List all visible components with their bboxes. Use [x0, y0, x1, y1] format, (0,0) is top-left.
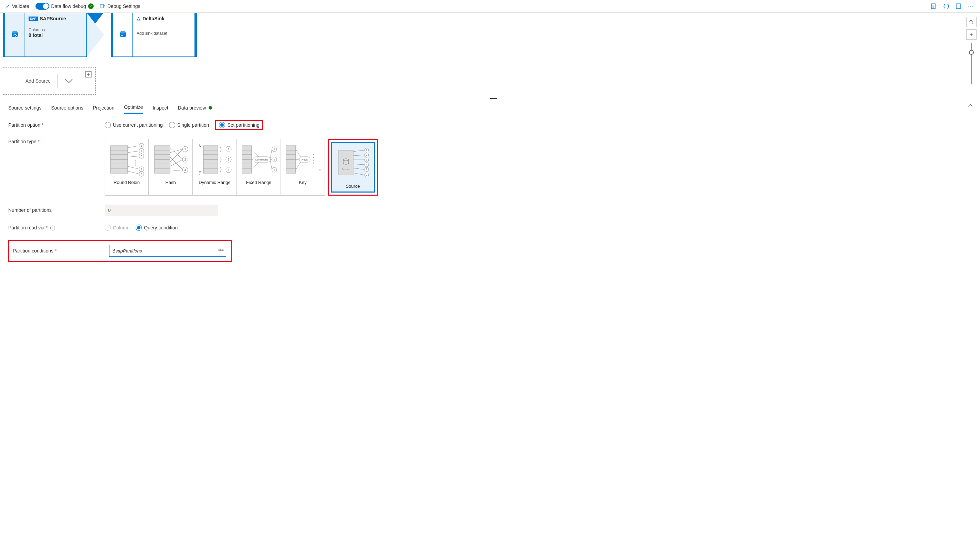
- conditions-input[interactable]: [109, 245, 226, 257]
- tab-optimize[interactable]: Optimize: [124, 102, 143, 114]
- sink-title: DeltaSink: [142, 16, 165, 21]
- svg-line-81: [252, 149, 259, 157]
- chevron-down-icon[interactable]: [57, 74, 73, 88]
- card-round-robin[interactable]: 12323 Round Robin: [105, 139, 149, 195]
- svg-text:3: 3: [141, 172, 142, 176]
- svg-text:}: }: [220, 166, 222, 172]
- card-dynamic-range[interactable]: AZ}}}123 Dynamic Range: [193, 139, 237, 195]
- highlight-conditions: Partition conditions * abc: [8, 240, 232, 262]
- svg-text:3: 3: [141, 155, 142, 158]
- svg-line-116: [353, 168, 364, 169]
- svg-line-21: [128, 156, 139, 157]
- svg-line-83: [252, 162, 259, 170]
- search-button[interactable]: [966, 17, 977, 27]
- svg-line-115: [353, 164, 364, 165]
- tab-data-preview[interactable]: Data preview: [178, 102, 213, 113]
- svg-line-103: [296, 162, 301, 170]
- svg-text:1: 1: [141, 144, 142, 148]
- sap-logo-icon: SAP: [29, 16, 38, 21]
- svg-line-48: [170, 170, 183, 171]
- svg-point-8: [12, 31, 18, 34]
- validate-button[interactable]: ✓ Validate: [5, 3, 29, 10]
- tab-projection[interactable]: Projection: [93, 102, 114, 113]
- source-node[interactable]: SAP SAPSource Columns: 0 total: [3, 13, 87, 57]
- conditions-label: Partition conditions *: [13, 248, 109, 253]
- svg-line-20: [128, 151, 139, 153]
- zoom-in-button[interactable]: +: [966, 29, 977, 39]
- svg-text:2: 2: [366, 154, 367, 156]
- svg-text:n: n: [319, 168, 321, 171]
- add-source-label: Add Source: [26, 78, 51, 84]
- debug-settings-button[interactable]: Debug Settings: [100, 3, 141, 9]
- svg-point-11: [970, 20, 972, 23]
- toolbar: ✓ Validate Data flow debug ✓ Debug Setti…: [0, 0, 980, 13]
- source-columns-value: 0 total: [29, 32, 82, 38]
- svg-text:3: 3: [366, 158, 367, 161]
- radio-set-partitioning[interactable]: Set partitioning: [219, 122, 259, 128]
- database-sink-icon: [118, 30, 128, 39]
- svg-line-87: [270, 149, 272, 159]
- svg-text:1: 1: [366, 163, 367, 166]
- card-source[interactable]: Source123123 Source: [331, 142, 375, 192]
- svg-point-10: [120, 31, 126, 34]
- svg-point-107: [313, 162, 314, 164]
- sink-node[interactable]: △ DeltaSink Add sink dataset: [111, 13, 197, 57]
- svg-text:A: A: [199, 144, 201, 148]
- svg-text:3: 3: [273, 168, 275, 172]
- svg-text:}: }: [220, 146, 222, 152]
- abc-badge: abc: [218, 248, 224, 252]
- settings-list-icon[interactable]: [955, 3, 962, 10]
- svg-text:Conditions: Conditions: [255, 158, 268, 161]
- card-key[interactable]: Keysn Key: [281, 139, 325, 195]
- tabs: Source settings Source options Projectio…: [0, 99, 980, 114]
- svg-text:3: 3: [184, 168, 186, 172]
- svg-line-117: [353, 173, 364, 175]
- card-fixed-range[interactable]: Conditions123 Fixed Range: [237, 139, 281, 195]
- read-via-label: Partition read via * i: [8, 225, 105, 231]
- tab-inspect[interactable]: Inspect: [152, 102, 168, 113]
- add-source-box[interactable]: Add Source: [3, 67, 96, 95]
- svg-point-34: [135, 161, 136, 162]
- collapse-panel-icon[interactable]: [968, 104, 973, 107]
- radio-use-current[interactable]: Use current partitioning: [105, 122, 163, 128]
- tab-source-settings[interactable]: Source settings: [8, 102, 42, 113]
- svg-text:}: }: [220, 156, 222, 162]
- debug-toggle-group: Data flow debug ✓: [36, 3, 93, 10]
- radio-query-condition[interactable]: Query condition: [136, 225, 178, 231]
- svg-rect-109: [339, 150, 353, 175]
- svg-point-36: [135, 165, 136, 166]
- code-braces-icon[interactable]: [943, 3, 950, 10]
- preview-status-icon: [209, 106, 212, 110]
- svg-text:2: 2: [273, 158, 275, 161]
- svg-line-22: [128, 166, 139, 169]
- svg-text:2: 2: [366, 168, 367, 171]
- svg-line-112: [353, 150, 364, 151]
- svg-text:3: 3: [227, 168, 229, 172]
- svg-line-19: [128, 146, 139, 148]
- debug-toggle-label: Data flow debug: [51, 3, 86, 9]
- sink-subtitle: Add sink dataset: [137, 31, 190, 36]
- svg-text:1: 1: [273, 148, 275, 151]
- tab-source-options[interactable]: Source options: [51, 102, 83, 113]
- validate-label: Validate: [12, 3, 29, 9]
- card-hash[interactable]: 123 Hash: [149, 139, 193, 195]
- svg-text:Source: Source: [342, 168, 350, 171]
- svg-text:1: 1: [227, 148, 229, 151]
- debug-toggle[interactable]: [36, 3, 49, 10]
- num-partitions-input[interactable]: [105, 205, 218, 216]
- info-icon[interactable]: i: [50, 226, 55, 230]
- check-icon: ✓: [5, 3, 10, 10]
- svg-text:2: 2: [184, 158, 186, 161]
- script-icon[interactable]: [931, 3, 937, 10]
- zoom-slider[interactable]: [971, 43, 972, 84]
- svg-text:1: 1: [184, 148, 186, 151]
- svg-line-12: [972, 23, 973, 24]
- svg-text:Keys: Keys: [301, 158, 308, 161]
- svg-line-23: [128, 171, 139, 174]
- radio-single-partition[interactable]: Single partition: [169, 122, 209, 128]
- canvas: SAP SAPSource Columns: 0 total + △: [0, 13, 980, 99]
- more-icon[interactable]: ···: [968, 3, 975, 10]
- source-title: SAPSource: [40, 16, 66, 21]
- svg-line-89: [270, 160, 272, 170]
- highlight-source-card: Source123123 Source: [328, 139, 378, 195]
